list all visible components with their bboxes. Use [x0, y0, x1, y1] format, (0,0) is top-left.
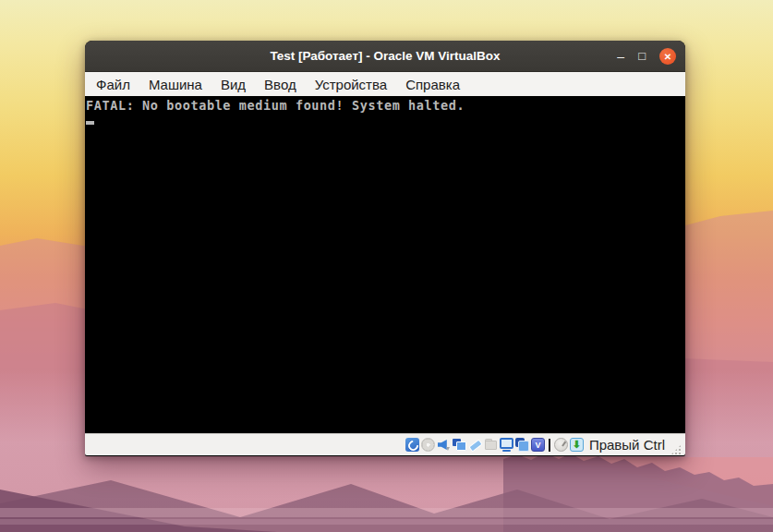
maximize-button[interactable]: □	[638, 50, 646, 63]
mouse-integration-icon[interactable]	[554, 438, 568, 452]
host-key-label: Правый Ctrl	[589, 437, 665, 453]
keyboard-capture-icon[interactable]: ⬇	[570, 438, 584, 452]
window-title: Test [Работает] - Oracle VM VirtualBox	[85, 41, 685, 72]
features-icon[interactable]: V	[531, 438, 545, 452]
console-output-line: FATAL: No bootable medium found! System …	[85, 96, 685, 113]
shared-folders-icon[interactable]	[484, 438, 498, 452]
window-controls: – □ ✕	[617, 41, 676, 72]
menu-item-devices[interactable]: Устройства	[306, 73, 396, 96]
recording-icon[interactable]	[515, 438, 529, 452]
audio-icon[interactable]	[437, 438, 451, 452]
hard-disks-icon[interactable]	[405, 438, 419, 452]
console-cursor	[86, 121, 94, 125]
menubar: Файл Машина Вид Ввод Устройства Справка	[85, 72, 685, 96]
network-icon[interactable]	[453, 438, 466, 452]
menu-item-machine[interactable]: Машина	[139, 73, 211, 96]
titlebar[interactable]: Test [Работает] - Oracle VM VirtualBox –…	[85, 41, 685, 72]
status-separator	[549, 439, 550, 452]
menu-item-view[interactable]: Вид	[211, 73, 255, 96]
display-icon[interactable]	[500, 438, 513, 452]
menu-item-file[interactable]: Файл	[87, 73, 139, 96]
guest-console-screen[interactable]: FATAL: No bootable medium found! System …	[85, 96, 685, 433]
close-button[interactable]: ✕	[659, 48, 676, 65]
usb-icon[interactable]	[468, 438, 482, 452]
minimize-button[interactable]: –	[617, 50, 624, 63]
optical-drives-icon[interactable]	[421, 438, 435, 452]
resize-grip[interactable]	[670, 444, 682, 455]
statusbar: V ⬇ Правый Ctrl	[85, 433, 685, 455]
menu-item-input[interactable]: Ввод	[255, 73, 306, 96]
virtualbox-vm-window: Test [Работает] - Oracle VM VirtualBox –…	[85, 41, 685, 456]
menu-item-help[interactable]: Справка	[396, 73, 469, 96]
